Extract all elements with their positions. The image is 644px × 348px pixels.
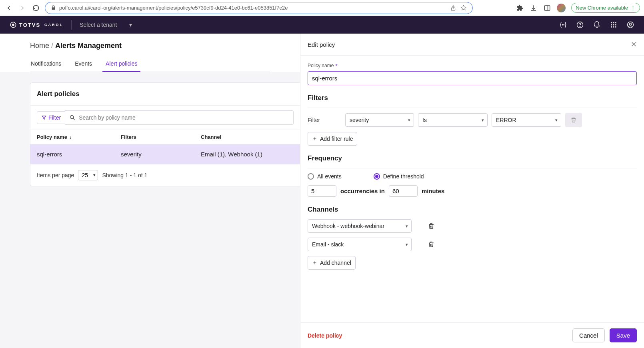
address-bar[interactable]: poffo.carol.ai/carol-org/alerts-manageme… <box>45 2 473 14</box>
col-channel[interactable]: Channel <box>201 134 294 140</box>
svg-point-15 <box>613 26 614 28</box>
svg-point-8 <box>611 22 612 23</box>
reload-button[interactable] <box>31 3 41 13</box>
main-column: Home / Alerts Management Notifications E… <box>0 34 300 348</box>
card-title: Alert policies <box>30 83 300 106</box>
plus-icon: ＋ <box>312 259 318 266</box>
star-icon[interactable] <box>460 5 467 11</box>
freq-all-events-radio[interactable]: All events <box>308 173 342 180</box>
breadcrumb-home[interactable]: Home <box>30 42 49 50</box>
brand-text: TOTVS <box>19 22 40 28</box>
breadcrumb-current: Alerts Management <box>55 42 122 50</box>
svg-point-13 <box>615 24 616 26</box>
divider <box>308 108 637 108</box>
table-header: Policy name ↓ Filters Channel <box>30 130 300 144</box>
delete-channel-button[interactable] <box>428 222 435 230</box>
profile-avatar[interactable] <box>557 4 566 12</box>
filter-value-select[interactable]: ERROR▾ <box>492 113 561 127</box>
minutes-input[interactable] <box>389 185 418 197</box>
delete-policy-button[interactable]: Delete policy <box>308 332 342 339</box>
trash-icon <box>428 222 435 230</box>
frequency-title: Frequency <box>308 154 637 162</box>
svg-point-19 <box>70 116 74 119</box>
delete-filter-button[interactable] <box>565 113 582 127</box>
tab-alert-policies[interactable]: Alert policies <box>105 57 138 72</box>
edit-policy-panel: Edit policy ✕ Policy name* Filters Filte… <box>300 34 644 348</box>
radio-label: All events <box>317 173 342 180</box>
filter-button[interactable]: Filter <box>37 111 65 124</box>
panel-title: Edit policy <box>308 41 335 48</box>
cell-channel: Email (1), Webhook (1) <box>201 151 294 158</box>
brand-logo[interactable]: TOTVS CAROL <box>10 21 63 28</box>
kebab-icon: ⋮ <box>630 5 636 11</box>
page-size-select[interactable]: 25 <box>78 170 98 180</box>
svg-rect-1 <box>544 6 550 10</box>
json-icon[interactable] <box>559 21 567 29</box>
search-input[interactable] <box>79 114 289 121</box>
policies-card: Alert policies Filter Policy name ↓ Filt… <box>30 82 300 186</box>
filter-op-select[interactable]: Is▾ <box>418 113 488 127</box>
tab-events[interactable]: Events <box>74 57 93 72</box>
channel-row: Email - slack▾ <box>308 238 637 251</box>
search-icon <box>69 114 76 121</box>
filter-field-select[interactable]: severity▾ <box>345 113 414 127</box>
add-channel-button[interactable]: ＋Add channel <box>308 256 356 270</box>
cancel-button[interactable]: Cancel <box>572 328 605 342</box>
help-icon[interactable] <box>576 21 584 29</box>
downloads-icon[interactable] <box>530 4 538 12</box>
svg-point-10 <box>615 22 616 23</box>
channel-select-2[interactable]: Email - slack▾ <box>308 238 412 251</box>
trash-icon <box>570 117 577 123</box>
tab-notifications[interactable]: Notifications <box>30 57 62 72</box>
share-icon[interactable] <box>450 5 456 11</box>
channels-title: Channels <box>308 206 637 214</box>
filters-title: Filters <box>308 94 637 102</box>
apps-grid-icon[interactable] <box>610 21 618 29</box>
policy-name-input[interactable] <box>308 71 637 85</box>
pager-label: Items per page <box>37 172 74 178</box>
channel-row: Webhook - webhook-webinar▾ <box>308 219 637 233</box>
channel-select-1[interactable]: Webhook - webhook-webinar▾ <box>308 219 412 233</box>
back-button[interactable] <box>4 3 14 13</box>
svg-point-11 <box>611 24 612 26</box>
occurrences-input[interactable] <box>308 185 336 197</box>
delete-channel-button[interactable] <box>428 241 435 248</box>
add-filter-button[interactable]: ＋Add filter rule <box>308 132 357 146</box>
svg-point-5 <box>564 24 564 25</box>
lock-icon <box>51 5 56 10</box>
filter-row-label: Filter <box>308 117 341 123</box>
app-bar: TOTVS CAROL Select a tenant ▾ <box>0 16 644 34</box>
col-policy-name[interactable]: Policy name ↓ <box>37 134 121 140</box>
tabs: Notifications Events Alert policies <box>30 57 270 72</box>
tenant-selector[interactable]: Select a tenant ▾ <box>80 22 132 28</box>
freq-threshold-radio[interactable]: Define threshold <box>374 173 424 180</box>
brand-separator <box>71 20 72 30</box>
add-filter-label: Add filter rule <box>320 136 353 142</box>
caret-down-icon: ▾ <box>129 22 132 28</box>
save-button[interactable]: Save <box>610 328 637 342</box>
user-icon[interactable] <box>626 21 634 29</box>
brand-subtext: CAROL <box>44 23 63 27</box>
extensions-icon[interactable] <box>516 4 524 12</box>
url-text: poffo.carol.ai/carol-org/alerts-manageme… <box>59 5 447 11</box>
forward-button[interactable] <box>18 3 27 13</box>
svg-point-14 <box>611 26 612 28</box>
trash-icon <box>428 241 435 248</box>
sort-arrow-icon: ↓ <box>70 135 72 140</box>
table-row[interactable]: sql-errors severity Email (1), Webhook (… <box>30 144 300 164</box>
panel-icon[interactable] <box>543 4 551 12</box>
minutes-label: minutes <box>422 188 445 194</box>
col-filters[interactable]: Filters <box>121 134 201 140</box>
close-button[interactable]: ✕ <box>631 40 637 49</box>
bell-icon[interactable] <box>593 21 601 29</box>
cell-name: sql-errors <box>37 151 121 158</box>
svg-point-12 <box>613 24 614 26</box>
filter-label: Filter <box>48 114 61 121</box>
svg-point-4 <box>562 24 563 25</box>
svg-point-3 <box>12 24 14 26</box>
svg-point-9 <box>613 22 614 23</box>
chrome-update-button[interactable]: New Chrome available ⋮ <box>571 3 640 13</box>
search-field[interactable] <box>65 110 294 125</box>
divider <box>308 168 637 168</box>
plus-icon: ＋ <box>312 135 318 142</box>
